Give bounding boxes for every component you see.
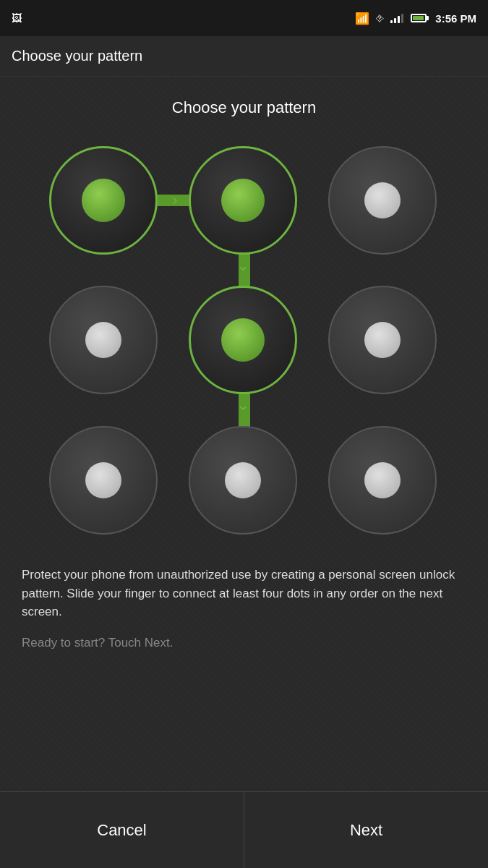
dot-inner-9 xyxy=(364,462,401,498)
dot-outer-2 xyxy=(189,146,297,255)
signal-bar-1 xyxy=(390,20,393,23)
arrow-down-2: ⌄ xyxy=(236,256,249,275)
ready-text: Ready to start? Touch Next. xyxy=(22,636,173,650)
dot-inner-6 xyxy=(364,322,401,358)
pattern-dot-8[interactable] xyxy=(181,419,304,542)
dot-inner-2 xyxy=(221,179,265,222)
battery-icon xyxy=(411,14,427,22)
dot-outer-7 xyxy=(49,426,158,535)
status-bar: 🖼 📶 ⯑ 3:56 PM xyxy=(0,0,488,36)
pattern-dot-5[interactable]: ⌄ xyxy=(181,278,304,401)
pattern-dot-9[interactable] xyxy=(321,419,444,542)
top-bar: Choose your pattern xyxy=(0,36,488,77)
dot-outer-6 xyxy=(328,286,437,394)
bottom-bar: Cancel Next xyxy=(0,791,488,868)
pattern-dot-7[interactable] xyxy=(42,419,165,542)
pattern-dot-2[interactable]: ⌄ xyxy=(181,139,304,262)
pattern-dot-3[interactable] xyxy=(321,139,444,262)
dot-inner-4 xyxy=(85,322,121,358)
pattern-grid-container: › ⌄ xyxy=(42,139,447,544)
dot-inner-1 xyxy=(82,179,125,222)
arrow-down-5: ⌄ xyxy=(236,396,249,414)
dot-inner-5 xyxy=(221,318,265,362)
dot-outer-3 xyxy=(328,146,437,255)
pattern-grid[interactable]: › ⌄ xyxy=(42,139,447,544)
page-heading: Choose your pattern xyxy=(172,98,316,117)
pattern-dot-1[interactable]: › xyxy=(42,139,165,262)
gallery-icon: 🖼 xyxy=(12,12,22,24)
cancel-button[interactable]: Cancel xyxy=(0,792,244,868)
description-text: Protect your phone from unauthorized use… xyxy=(22,566,466,621)
wifi-icon: 📶 xyxy=(355,12,369,25)
top-bar-title: Choose your pattern xyxy=(12,48,142,64)
pattern-dot-4[interactable] xyxy=(42,278,165,401)
dot-inner-7 xyxy=(85,462,121,498)
arrow-right-1: › xyxy=(172,191,177,210)
battery-fill xyxy=(413,16,423,20)
main-content: Choose your pattern › xyxy=(0,77,488,868)
signal-bar-3 xyxy=(398,16,400,23)
dot-inner-3 xyxy=(364,182,401,218)
dot-inner-8 xyxy=(225,462,261,498)
signal-bar-2 xyxy=(394,18,396,23)
dot-outer-4 xyxy=(49,286,158,394)
signal-bars xyxy=(390,13,403,23)
sim-icon: ⯑ xyxy=(375,13,385,24)
dot-outer-1 xyxy=(49,146,158,255)
dot-outer-5 xyxy=(189,286,297,394)
signal-bar-4 xyxy=(401,14,403,23)
status-time: 3:56 PM xyxy=(435,12,476,25)
dot-outer-9 xyxy=(328,426,437,535)
pattern-dot-6[interactable] xyxy=(321,278,444,401)
dot-outer-8 xyxy=(189,426,297,535)
next-button[interactable]: Next xyxy=(244,792,488,868)
